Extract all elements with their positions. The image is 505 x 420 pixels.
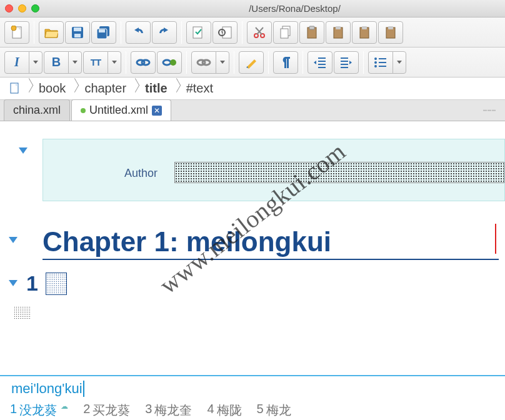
svg-point-27 — [170, 59, 176, 66]
window-controls — [5, 4, 39, 12]
outdent-button[interactable] — [308, 51, 332, 74]
tab-label: Untitled.xml — [89, 104, 148, 117]
italic-button[interactable]: I — [4, 51, 29, 74]
svg-rect-4 — [74, 28, 81, 31]
fold-toggle-icon[interactable] — [19, 148, 28, 154]
save-button[interactable] — [65, 21, 90, 44]
window-title: /Users/Rona/Desktop/ — [89, 3, 500, 14]
chevron-right-icon — [172, 80, 181, 98]
svg-rect-15 — [281, 29, 288, 38]
indent-button[interactable] — [334, 51, 359, 74]
ime-composition-bar: mei'long'kui — [0, 375, 505, 401]
modified-dot-icon — [81, 108, 86, 113]
tab-drag-handle-icon[interactable]: ┅┅┅ — [478, 106, 501, 115]
redo-button[interactable] — [152, 21, 177, 44]
svg-rect-19 — [336, 26, 341, 29]
section-number: 1 — [26, 271, 38, 296]
breadcrumb-item-text[interactable]: #text — [181, 80, 218, 97]
tab-label: china.xml — [13, 104, 61, 117]
paste-button[interactable] — [299, 21, 324, 44]
breadcrumb-item-chapter[interactable]: chapter — [79, 80, 131, 97]
chevron-right-icon — [25, 80, 34, 98]
svg-point-26 — [163, 60, 171, 65]
link-button[interactable] — [131, 51, 156, 74]
cut-button[interactable] — [247, 21, 272, 44]
toolbar-row-1 — [0, 18, 505, 48]
svg-rect-9 — [193, 27, 202, 38]
zoom-window-icon[interactable] — [31, 4, 39, 12]
undo-button[interactable] — [126, 21, 151, 44]
copy-button[interactable] — [273, 21, 298, 44]
ime-candidate[interactable]: 2 买龙葵 — [83, 402, 130, 419]
section-heading[interactable]: 1 — [26, 271, 67, 296]
breadcrumb-root-icon[interactable] — [5, 81, 25, 96]
italic-dropdown[interactable] — [29, 51, 42, 74]
close-window-icon[interactable] — [5, 4, 13, 12]
paste-content-button[interactable] — [378, 21, 403, 44]
author-label: Author — [124, 167, 158, 180]
svg-rect-8 — [99, 29, 105, 32]
list-dropdown[interactable] — [392, 51, 406, 74]
ime-candidate[interactable]: 3 梅龙奎 — [145, 402, 192, 419]
svg-rect-17 — [309, 26, 314, 29]
breadcrumb: book chapter title #text — [0, 78, 505, 100]
open-button[interactable] — [39, 21, 64, 44]
ime-candidate-list: 1 没龙葵 ☁ 2 买龙葵 3 梅龙奎 4 梅陇 5 梅龙 — [0, 400, 505, 420]
ime-candidate[interactable]: 4 梅陇 — [207, 402, 241, 419]
svg-point-30 — [374, 58, 377, 60]
paragraph-button[interactable] — [273, 51, 298, 74]
paragraph-placeholder[interactable] — [14, 306, 30, 320]
breadcrumb-item-title[interactable]: title — [140, 80, 172, 97]
editor-tabstrip: china.xml Untitled.xml ✕ ┅┅┅ — [0, 100, 505, 121]
save-all-button[interactable] — [91, 21, 116, 44]
svg-point-32 — [374, 65, 377, 68]
paste-after-button[interactable] — [352, 21, 377, 44]
chapter-title[interactable]: Chapter 1: meilongkui — [42, 226, 499, 260]
minimize-window-icon[interactable] — [18, 4, 26, 12]
toolbar-row-2: I B TT — [0, 48, 505, 78]
ime-composition-text: mei'long'kui — [11, 381, 84, 397]
paste-before-button[interactable] — [326, 21, 351, 44]
new-file-button[interactable] — [4, 21, 29, 44]
author-block: Author — [42, 139, 505, 201]
svg-rect-23 — [388, 26, 393, 29]
link-web-button[interactable] — [157, 51, 182, 74]
plain-text-dropdown[interactable] — [108, 51, 121, 74]
chevron-right-icon — [131, 80, 140, 98]
fold-toggle-icon[interactable] — [9, 237, 18, 243]
bold-dropdown[interactable] — [68, 51, 82, 74]
highlight-button[interactable] — [239, 51, 264, 74]
breadcrumb-item-book[interactable]: book — [34, 80, 71, 97]
editor-area[interactable]: Author Chapter 1: meilongkui 1 — [0, 121, 505, 396]
svg-rect-10 — [222, 27, 231, 38]
list-button[interactable] — [368, 51, 393, 74]
close-tab-icon[interactable]: ✕ — [152, 106, 162, 116]
svg-point-25 — [142, 60, 149, 65]
ime-candidate[interactable]: 1 没龙葵 ☁ — [10, 402, 68, 419]
section-title-input[interactable] — [46, 272, 67, 295]
text-cursor-icon — [495, 224, 496, 254]
plain-text-button[interactable]: TT — [83, 51, 108, 74]
olink-button[interactable] — [191, 51, 216, 74]
tab-untitled[interactable]: Untitled.xml ✕ — [71, 99, 171, 121]
svg-rect-21 — [362, 26, 367, 29]
transform-button[interactable] — [212, 21, 238, 44]
svg-point-31 — [374, 61, 377, 64]
tab-china[interactable]: china.xml — [4, 99, 70, 121]
cloud-icon: ☁ — [61, 402, 68, 419]
titlebar: /Users/Rona/Desktop/ — [0, 0, 505, 18]
svg-point-2 — [11, 26, 16, 31]
validate-button[interactable] — [186, 21, 211, 44]
svg-point-29 — [202, 60, 210, 65]
author-input[interactable] — [174, 162, 504, 183]
bold-button[interactable]: B — [44, 51, 69, 74]
olink-dropdown[interactable] — [216, 51, 229, 74]
svg-rect-5 — [74, 34, 81, 38]
chevron-right-icon — [71, 80, 79, 98]
ime-candidate[interactable]: 5 梅龙 — [257, 402, 291, 419]
fold-toggle-icon[interactable] — [9, 280, 18, 286]
